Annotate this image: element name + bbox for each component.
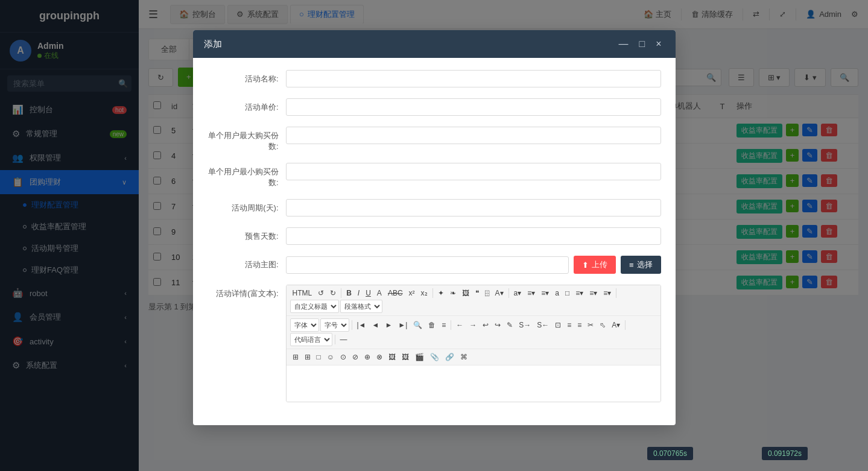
editor-toolbar-3: ⊞ ⊞ □ ☺ ⊙ ⊘ ⊕ ⊗ 🖼 🖼 🎬 📎 🔗 ⌘ xyxy=(287,349,661,365)
editor-smile-btn[interactable]: ☺ xyxy=(325,352,337,362)
editor-grid3-btn[interactable]: ⊞ xyxy=(302,352,313,362)
input-activity-price[interactable] xyxy=(286,98,661,116)
editor-circle3-btn[interactable]: ⊕ xyxy=(362,352,373,362)
input-activity-name[interactable] xyxy=(286,70,661,87)
editor-outdent2-btn[interactable]: ↪ xyxy=(492,320,503,330)
editor-quote-btn[interactable]: ❝ xyxy=(473,288,481,299)
form-row-detail: 活动详情(富文本): HTML ↺ ↻ B I U A ABC x² x₂ xyxy=(207,285,661,402)
choose-button[interactable]: ≡ 选择 xyxy=(621,256,661,274)
editor-image-btn[interactable]: 🖼 xyxy=(460,288,472,299)
editor-indent2-btn[interactable]: ↩ xyxy=(480,320,491,330)
maximize-button[interactable]: □ xyxy=(636,37,648,51)
editor-attach-btn[interactable]: 📎 xyxy=(428,352,442,362)
editor-last-btn[interactable]: ►| xyxy=(396,320,410,330)
editor-sep xyxy=(352,320,352,330)
paragraph-format-select[interactable]: 段落格式 xyxy=(340,300,382,313)
input-presale[interactable] xyxy=(286,227,661,245)
upload-row: ⬆ 上传 ≡ 选择 xyxy=(286,256,661,274)
modal-overlay: 添加 — □ × 活动名称: 活动单价: 单个用户最大购买份数: 单个用 xyxy=(0,0,868,471)
editor-undo-btn[interactable]: ↺ xyxy=(315,288,326,299)
editor-special-btn[interactable]: ✦ xyxy=(436,288,446,299)
font-size-select[interactable]: 字号 xyxy=(320,318,349,332)
input-min-buy[interactable]: 1 xyxy=(286,163,661,180)
form-row-price: 活动单价: xyxy=(207,98,661,116)
editor-link-btn[interactable]: 🔗 xyxy=(443,352,457,362)
minimize-button[interactable]: — xyxy=(615,37,631,51)
editor-sub-btn[interactable]: x₂ xyxy=(419,288,430,299)
editor-rtl-btn[interactable]: → xyxy=(467,320,479,330)
form-row-name: 活动名称: xyxy=(207,70,661,87)
label-min-buy: 单个用户最小购买份数: xyxy=(207,163,286,188)
editor-redo-btn[interactable]: ↻ xyxy=(328,288,338,299)
editor-circle2-btn[interactable]: ⊘ xyxy=(350,352,361,362)
editor-cut-btn[interactable]: ✂ xyxy=(585,320,596,330)
editor-img3-btn[interactable]: 🖼 xyxy=(399,352,411,362)
label-img: 活动主图: xyxy=(207,256,286,270)
editor-edit-btn[interactable]: ✎ xyxy=(504,320,515,330)
editor-grid-btn[interactable]: ⊡ xyxy=(553,320,563,330)
upload-button[interactable]: ⬆ 上传 xyxy=(574,256,616,274)
upload-label: 上传 xyxy=(592,259,607,270)
upload-path-input[interactable] xyxy=(286,256,569,274)
editor-clear-btn[interactable]: 🗑 xyxy=(426,320,438,330)
editor-color-btn[interactable]: A▾ xyxy=(609,320,622,330)
font-family-select[interactable]: 字体 xyxy=(290,318,319,332)
editor-video-btn[interactable]: 🎬 xyxy=(413,352,426,362)
editor-align-btn[interactable]: a xyxy=(553,288,562,299)
editor-sr-btn[interactable]: S→ xyxy=(516,320,533,330)
editor-prev-btn[interactable]: ◄ xyxy=(370,320,382,330)
editor-bold-btn[interactable]: B xyxy=(344,288,354,299)
editor-sup-btn[interactable]: x² xyxy=(407,288,417,299)
editor-outdent-btn[interactable]: ≡▾ xyxy=(587,288,600,299)
editor-underline-btn[interactable]: U xyxy=(363,288,373,299)
modal-title: 添加 xyxy=(204,39,611,50)
input-cycle[interactable] xyxy=(286,199,661,217)
editor-ul-btn[interactable]: ≡▾ xyxy=(539,288,551,299)
choose-label: 选择 xyxy=(637,259,653,270)
editor-dir-btn[interactable]: ≡▾ xyxy=(601,288,613,299)
editor-block-btn[interactable]: □ xyxy=(563,288,572,299)
editor-sep xyxy=(508,288,509,298)
form-row-min-buy: 单个用户最小购买份数: 1 xyxy=(207,163,661,188)
editor-box-btn[interactable]: □ xyxy=(314,352,323,362)
editor-sep xyxy=(451,320,451,330)
editor-italic-btn[interactable]: I xyxy=(355,288,362,299)
editor-table-btn[interactable]: ⌹ xyxy=(483,288,492,299)
close-button[interactable]: × xyxy=(653,37,664,51)
editor-copy-btn[interactable]: ⬁ xyxy=(597,320,608,330)
editor-html-btn[interactable]: HTML xyxy=(290,288,315,299)
editor-grid2-btn[interactable]: ⊞ xyxy=(290,352,301,362)
editor-indent-btn[interactable]: ≡▾ xyxy=(573,288,586,299)
input-max-buy[interactable] xyxy=(286,127,661,144)
custom-title-select[interactable]: 自定义标题 xyxy=(290,300,339,313)
editor-content-area[interactable] xyxy=(287,365,661,402)
label-cycle: 活动周期(天): xyxy=(207,199,286,213)
label-activity-price: 活动单价: xyxy=(207,98,286,113)
code-lang-select[interactable]: 代码语言 xyxy=(290,333,332,346)
label-activity-name: 活动名称: xyxy=(207,70,286,84)
modal-header: 添加 — □ × xyxy=(193,30,676,58)
label-detail: 活动详情(富文本): xyxy=(207,285,286,299)
label-max-buy: 单个用户最大购买份数: xyxy=(207,127,286,152)
editor-strikethrough-btn[interactable]: ABC xyxy=(385,288,405,299)
editor-img2-btn[interactable]: 🖼 xyxy=(386,352,398,362)
editor-next-btn[interactable]: ► xyxy=(382,320,394,330)
editor-find-btn[interactable]: 🔍 xyxy=(411,320,425,330)
editor-emoji-btn[interactable]: ❧ xyxy=(448,288,458,299)
list-icon: ≡ xyxy=(629,261,634,270)
editor-ltr-btn[interactable]: ← xyxy=(454,320,466,330)
editor-fullscreen2-btn[interactable]: ≡ xyxy=(439,320,448,330)
editor-cmd-btn[interactable]: ⌘ xyxy=(458,352,470,362)
editor-minus-btn[interactable]: — xyxy=(338,334,350,345)
editor-circle4-btn[interactable]: ⊗ xyxy=(374,352,385,362)
form-row-presale: 预售天数: xyxy=(207,227,661,245)
editor-sl-btn[interactable]: S← xyxy=(534,320,551,330)
editor-align3-btn[interactable]: ≡ xyxy=(575,320,584,330)
editor-fontsize-btn[interactable]: A▾ xyxy=(493,288,506,299)
editor-fontcolor-btn[interactable]: A xyxy=(375,288,384,299)
editor-ol-btn[interactable]: ≡▾ xyxy=(525,288,537,299)
editor-list-btn[interactable]: a▾ xyxy=(512,288,524,299)
editor-circle-btn[interactable]: ⊙ xyxy=(338,352,349,362)
editor-first-btn[interactable]: |◄ xyxy=(355,320,369,330)
editor-align2-btn[interactable]: ≡ xyxy=(565,320,574,330)
